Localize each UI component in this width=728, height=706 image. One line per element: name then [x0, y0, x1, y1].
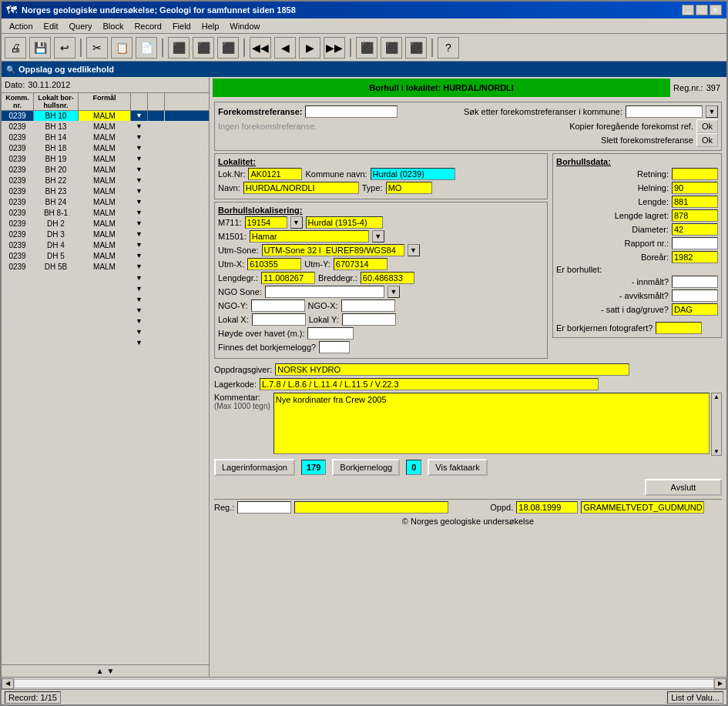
- finnes-input[interactable]: [319, 341, 350, 353]
- toolbar-btn-11[interactable]: ⬛: [381, 37, 402, 59]
- table-row[interactable]: 0239 BH 13 MALM ▼: [2, 122, 209, 132]
- avviksmalt-input[interactable]: [672, 289, 718, 302]
- tc-arrow1[interactable]: ▼: [131, 165, 148, 175]
- ngo-y-input[interactable]: [251, 299, 305, 312]
- kommentar-textarea[interactable]: Nye kordinater fra Crew 2005: [273, 393, 710, 454]
- toolbar-btn-10[interactable]: ⬛: [356, 37, 377, 59]
- breddegr-input[interactable]: [361, 272, 414, 284]
- tc-arrow1[interactable]: ▼: [131, 176, 148, 186]
- lokal-y-input[interactable]: [342, 313, 396, 326]
- table-row[interactable]: 0239 DH 5 MALM ▼: [2, 251, 209, 262]
- tc-arrow1[interactable]: ▼: [131, 143, 148, 153]
- table-row[interactable]: 0239 BH 24 MALM ▼: [2, 197, 209, 208]
- tc-arrow1[interactable]: ▼: [131, 262, 148, 272]
- innmalt-input[interactable]: [672, 276, 718, 288]
- table-row[interactable]: 0239 DH 5B MALM ▼: [2, 262, 209, 273]
- borar-input[interactable]: [672, 251, 718, 263]
- ok-button-2[interactable]: Ok: [696, 133, 718, 147]
- h-scrolltrack[interactable]: [14, 679, 714, 688]
- retning-input[interactable]: [672, 168, 718, 180]
- footer-reg-input2[interactable]: [294, 501, 448, 514]
- toolbar-btn-1[interactable]: 🖨: [5, 37, 26, 59]
- toolbar-btn-9[interactable]: ⬛: [217, 37, 239, 59]
- toolbar-btn-5[interactable]: 📋: [111, 37, 133, 59]
- menu-window[interactable]: Window: [225, 20, 264, 32]
- m711-text-input[interactable]: [306, 216, 383, 229]
- menu-query[interactable]: Query: [65, 20, 97, 32]
- tc-arrow1[interactable]: ▼: [131, 229, 148, 239]
- toolbar-btn-help[interactable]: ?: [438, 37, 459, 59]
- table-row[interactable]: 0239 BH 22 MALM ▼: [2, 176, 209, 186]
- toolbar-btn-12[interactable]: ⬛: [405, 37, 427, 59]
- menu-block[interactable]: Block: [99, 20, 129, 32]
- lok-nr-input[interactable]: [248, 168, 302, 180]
- utm-y-input[interactable]: [334, 258, 387, 270]
- toolbar-btn-2[interactable]: 💾: [29, 37, 51, 59]
- toolbar-btn-7[interactable]: ⬛: [168, 37, 190, 59]
- table-row[interactable]: 0239 BH 14 MALM ▼: [2, 132, 209, 143]
- forekomst-input[interactable]: [305, 105, 398, 118]
- toolbar-nav-first[interactable]: ◀◀: [250, 37, 271, 59]
- toolbar-nav-prev[interactable]: ◀: [274, 37, 296, 59]
- type-input[interactable]: [386, 182, 432, 194]
- toolbar-nav-last[interactable]: ▶▶: [324, 37, 345, 59]
- footer-oppd-date[interactable]: [516, 501, 578, 514]
- toolbar-btn-4[interactable]: ✂: [86, 37, 108, 59]
- tc-arrow1[interactable]: ▼: [131, 111, 148, 121]
- m1501-input[interactable]: [250, 230, 369, 243]
- kommune-navn-input[interactable]: [371, 168, 455, 180]
- footer-oppd-user[interactable]: [581, 501, 704, 514]
- lokal-x-input[interactable]: [252, 313, 306, 326]
- tc-arrow1[interactable]: ▼: [131, 219, 148, 229]
- utm-x-input[interactable]: [247, 258, 301, 270]
- hoyde-input[interactable]: [307, 327, 354, 340]
- utm-sone-dropdown[interactable]: ▼: [408, 244, 420, 256]
- borkjernen-input[interactable]: [656, 322, 702, 334]
- toolbar-btn-3[interactable]: ↩: [54, 37, 75, 59]
- tc-arrow1[interactable]: ▼: [131, 251, 148, 261]
- rapport-nr-input[interactable]: [672, 237, 718, 249]
- table-row[interactable]: 0239 BH 18 MALM ▼: [2, 143, 209, 154]
- scroll-right-btn[interactable]: ▶: [714, 678, 726, 689]
- toolbar-btn-8[interactable]: ⬛: [193, 37, 214, 59]
- tc-arrow1[interactable]: ▼: [131, 186, 148, 196]
- table-row[interactable]: 0239 BH 8-1 MALM ▼: [2, 208, 209, 219]
- menu-help[interactable]: Help: [197, 20, 224, 32]
- satt-input[interactable]: [672, 303, 718, 316]
- ok-button-1[interactable]: Ok: [696, 119, 718, 133]
- table-row[interactable]: 0239 BH 20 MALM ▼: [2, 165, 209, 176]
- table-nav-down[interactable]: ▼: [107, 667, 115, 675]
- close-button[interactable]: ✕: [710, 5, 722, 15]
- lagerkode-input[interactable]: [260, 378, 599, 390]
- m1501-dropdown[interactable]: ▼: [372, 230, 384, 243]
- scroll-up-btn[interactable]: ▲: [712, 393, 721, 400]
- m711-input[interactable]: [245, 216, 287, 229]
- menu-action[interactable]: Action: [5, 20, 38, 32]
- ngo-x-input[interactable]: [341, 299, 395, 312]
- lagerinformasjon-button[interactable]: Lagerinformasjon: [214, 459, 295, 476]
- scroll-left-btn[interactable]: ◀: [2, 678, 14, 689]
- table-row[interactable]: 0239 BH 10 MALM ▼: [2, 111, 209, 122]
- navn-input[interactable]: [243, 182, 359, 194]
- minimize-button[interactable]: _: [682, 5, 694, 15]
- tc-arrow1[interactable]: ▼: [131, 197, 148, 207]
- menu-field[interactable]: Field: [168, 20, 196, 32]
- lengde-input[interactable]: [672, 196, 718, 208]
- table-row[interactable]: 0239 BH 19 MALM ▼: [2, 154, 209, 165]
- toolbar-btn-6[interactable]: 📄: [136, 37, 157, 59]
- vis-faktaark-button[interactable]: Vis faktaark: [428, 459, 487, 476]
- lengdegr-input[interactable]: [261, 272, 315, 284]
- m711-dropdown[interactable]: ▼: [290, 216, 303, 229]
- tc-arrow1[interactable]: ▼: [131, 240, 148, 250]
- helning-input[interactable]: [672, 182, 718, 194]
- table-row[interactable]: 0239 DH 4 MALM ▼: [2, 240, 209, 251]
- sok-dropdown[interactable]: ▼: [706, 105, 718, 118]
- menu-edit[interactable]: Edit: [39, 20, 63, 32]
- ngo-sone-input[interactable]: [265, 286, 384, 298]
- table-row[interactable]: 0239 BH 23 MALM ▼: [2, 186, 209, 197]
- menu-record[interactable]: Record: [129, 20, 166, 32]
- table-row[interactable]: 0239 DH 2 MALM ▼: [2, 219, 209, 229]
- borkjernelogg-button[interactable]: Borkjernelogg: [332, 459, 400, 476]
- lengde-lagret-input[interactable]: [672, 209, 718, 222]
- tc-arrow1[interactable]: ▼: [131, 132, 148, 142]
